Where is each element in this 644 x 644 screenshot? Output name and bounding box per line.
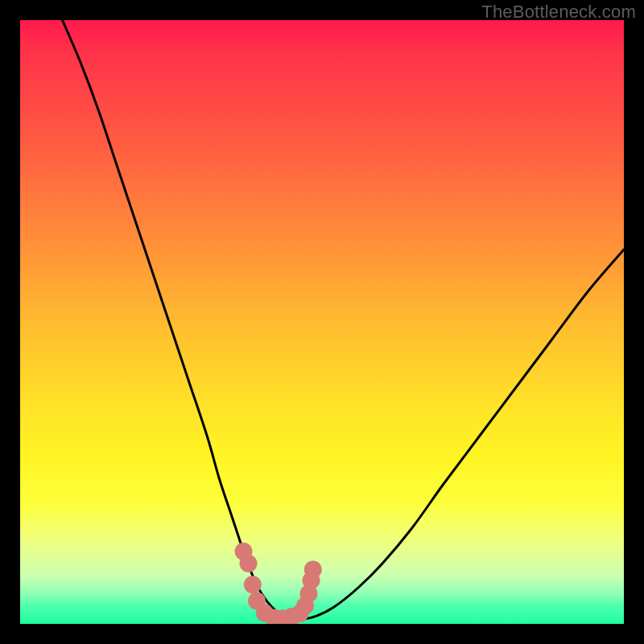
highlight-dot: [244, 576, 262, 593]
chart-frame: TheBottleneck.com: [0, 0, 644, 644]
watermark-label: TheBottleneck.com: [481, 2, 636, 23]
bottleneck-curve-path: [63, 20, 625, 619]
highlight-dots-group: [235, 543, 322, 624]
chart-svg: [20, 20, 624, 624]
highlight-dot: [304, 561, 322, 579]
highlight-dot: [240, 555, 258, 572]
chart-plot-area: [20, 20, 624, 624]
